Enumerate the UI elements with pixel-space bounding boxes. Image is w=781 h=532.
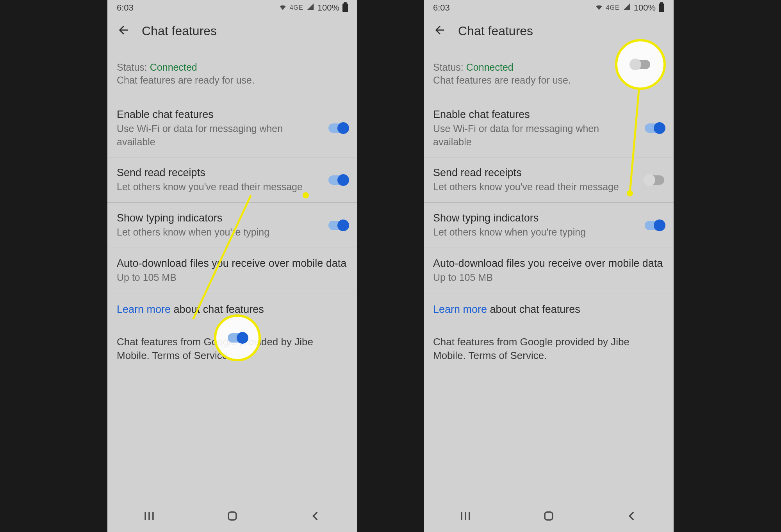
typing-indicators-row[interactable]: Show typing indicators Let others know w…: [107, 202, 357, 248]
signal-icon: [307, 3, 314, 13]
auto-download-row[interactable]: Auto-download files you receive over mob…: [107, 248, 357, 293]
battery-icon: [659, 4, 664, 12]
status-bar: 6:03 4GE 100%: [424, 0, 674, 16]
learn-more-link[interactable]: Learn more: [117, 303, 171, 315]
learn-more-rest: about chat features: [487, 303, 580, 315]
auto-download-title: Auto-download files you receive over mob…: [433, 257, 664, 270]
auto-download-toggle-highlighted[interactable]: [228, 333, 247, 343]
status-label: Status:: [117, 62, 150, 73]
read-receipts-sub: Let others know you've read their messag…: [433, 180, 637, 194]
svg-rect-1: [545, 512, 553, 520]
provider-text: Chat features from Google provided by Ji…: [424, 326, 674, 372]
status-time: 6:03: [117, 3, 134, 13]
read-receipts-title: Send read receipts: [117, 166, 321, 180]
enable-chat-title: Enable chat features: [433, 108, 637, 121]
svg-rect-0: [228, 512, 236, 520]
enable-chat-title: Enable chat features: [117, 108, 321, 121]
enable-chat-row[interactable]: Enable chat features Use Wi-Fi or data f…: [107, 99, 357, 157]
read-receipts-sub: Let others know you've read their messag…: [117, 180, 321, 194]
page-title: Chat features: [458, 24, 533, 38]
highlight-endpoint-dot: [303, 192, 309, 198]
back-button[interactable]: [625, 509, 638, 524]
android-nav-bar: [424, 502, 674, 532]
read-receipts-title: Send read receipts: [433, 166, 637, 180]
typing-sub: Let others know when you're typing: [433, 226, 637, 239]
status-time: 6:03: [433, 3, 450, 13]
title-bar: Chat features: [107, 16, 357, 46]
status-section: Status: Connected Chat features are read…: [107, 50, 357, 99]
enable-chat-sub: Use Wi-Fi or data for messaging when ava…: [433, 122, 637, 149]
auto-download-sub: Up to 105 MB: [117, 271, 348, 284]
back-arrow-icon[interactable]: [433, 23, 446, 38]
read-receipts-toggle[interactable]: [328, 175, 348, 185]
wifi-icon: [279, 3, 287, 12]
back-button[interactable]: [309, 509, 322, 524]
status-value: Connected: [150, 62, 197, 73]
highlight-callout-circle: [615, 39, 666, 90]
battery-percent: 100%: [634, 3, 656, 13]
auto-download-sub: Up to 105 MB: [433, 271, 664, 284]
signal-icon: [623, 3, 631, 13]
read-receipts-toggle[interactable]: [645, 175, 664, 185]
learn-more-link[interactable]: Learn more: [433, 303, 487, 315]
auto-download-row[interactable]: Auto-download files you receive over mob…: [424, 248, 674, 293]
learn-more-rest: about chat features: [171, 303, 264, 315]
typing-indicators-row[interactable]: Show typing indicators Let others know w…: [424, 202, 674, 248]
read-receipts-row[interactable]: Send read receipts Let others know you'v…: [107, 157, 357, 202]
typing-toggle[interactable]: [328, 221, 348, 230]
typing-title: Show typing indicators: [433, 211, 637, 225]
read-receipts-row[interactable]: Send read receipts Let others know you'v…: [424, 157, 674, 202]
phone-screen-right: 6:03 4GE 100% Chat features Status: Conn…: [424, 0, 674, 532]
wifi-icon: [595, 3, 603, 12]
typing-sub: Let others know when you're typing: [117, 226, 321, 239]
status-right: 4GE 100%: [595, 3, 664, 13]
battery-icon: [342, 4, 348, 12]
auto-download-title: Auto-download files you receive over mob…: [117, 257, 348, 270]
page-title: Chat features: [142, 24, 217, 38]
status-sub: Chat features are ready for use.: [117, 74, 348, 87]
android-nav-bar: [107, 502, 357, 532]
phone-screen-left: 6:03 4GE 100% Chat features Status: Conn…: [107, 0, 357, 532]
highlight-callout-circle: [214, 314, 261, 361]
typing-title: Show typing indicators: [117, 211, 321, 225]
network-label: 4GE: [606, 4, 620, 11]
home-button[interactable]: [542, 509, 555, 524]
status-bar: 6:03 4GE 100%: [107, 0, 357, 16]
enable-chat-toggle[interactable]: [645, 123, 664, 133]
recents-button[interactable]: [143, 509, 156, 524]
battery-percent: 100%: [317, 3, 339, 13]
back-arrow-icon[interactable]: [117, 23, 130, 38]
status-right: 4GE 100%: [279, 3, 348, 13]
status-label: Status:: [433, 62, 466, 73]
typing-toggle[interactable]: [645, 221, 664, 230]
network-label: 4GE: [290, 4, 303, 11]
read-receipts-toggle-off-highlighted[interactable]: [631, 60, 650, 69]
highlight-endpoint-dot: [627, 190, 633, 196]
status-value: Connected: [466, 62, 514, 73]
enable-chat-toggle[interactable]: [328, 123, 348, 133]
home-button[interactable]: [226, 509, 239, 524]
enable-chat-sub: Use Wi-Fi or data for messaging when ava…: [117, 122, 321, 149]
recents-button[interactable]: [459, 509, 472, 524]
learn-more-row: Learn more about chat features: [424, 293, 674, 326]
